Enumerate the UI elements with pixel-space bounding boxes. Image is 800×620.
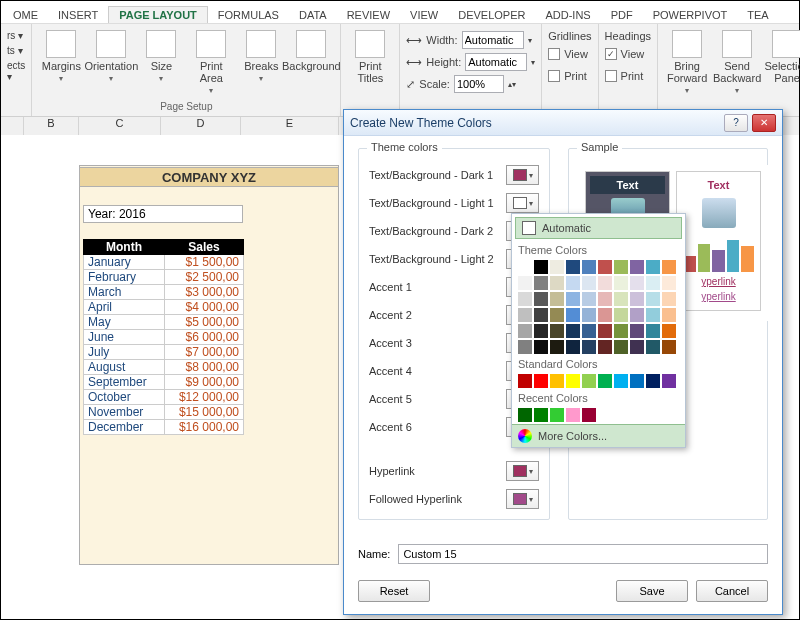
color-swatch[interactable] bbox=[662, 340, 676, 354]
color-swatch[interactable] bbox=[646, 260, 660, 274]
tab-powerpivot[interactable]: POWERPIVOT bbox=[643, 7, 738, 23]
color-swatch[interactable] bbox=[518, 408, 532, 422]
automatic-color-item[interactable]: Automatic bbox=[515, 217, 682, 239]
color-swatch[interactable] bbox=[534, 276, 548, 290]
color-swatch[interactable] bbox=[518, 276, 532, 290]
color-swatch[interactable] bbox=[566, 374, 580, 388]
color-swatch[interactable] bbox=[614, 324, 628, 338]
table-row[interactable]: December$16 000,00 bbox=[84, 420, 244, 435]
color-swatch[interactable] bbox=[582, 408, 596, 422]
tab-add-ins[interactable]: ADD-INS bbox=[535, 7, 600, 23]
table-row[interactable]: May$5 000,00 bbox=[84, 315, 244, 330]
color-swatch[interactable] bbox=[550, 308, 564, 322]
color-swatch[interactable] bbox=[566, 260, 580, 274]
color-swatch[interactable] bbox=[630, 340, 644, 354]
dialog-close-button[interactable]: ✕ bbox=[752, 114, 776, 132]
month-cell[interactable]: August bbox=[84, 360, 165, 375]
color-swatch[interactable] bbox=[662, 292, 676, 306]
color-swatch[interactable] bbox=[598, 276, 612, 290]
sales-cell[interactable]: $15 000,00 bbox=[165, 405, 244, 420]
table-row[interactable]: February$2 500,00 bbox=[84, 270, 244, 285]
gridlines-view-checkbox[interactable] bbox=[548, 48, 560, 60]
month-cell[interactable]: May bbox=[84, 315, 165, 330]
color-swatch[interactable] bbox=[550, 260, 564, 274]
tab-formulas[interactable]: FORMULAS bbox=[208, 7, 289, 23]
bring-forward-button[interactable]: Bring Forward bbox=[664, 30, 710, 95]
cancel-button[interactable]: Cancel bbox=[696, 580, 768, 602]
send-backward-button[interactable]: Send Backward bbox=[714, 30, 760, 95]
color-swatch[interactable] bbox=[662, 308, 676, 322]
table-row[interactable]: November$15 000,00 bbox=[84, 405, 244, 420]
month-cell[interactable]: June bbox=[84, 330, 165, 345]
table-row[interactable]: March$3 000,00 bbox=[84, 285, 244, 300]
color-swatch[interactable] bbox=[646, 374, 660, 388]
color-swatch[interactable] bbox=[534, 340, 548, 354]
sales-cell[interactable]: $7 000,00 bbox=[165, 345, 244, 360]
orientation-button[interactable]: Orientation bbox=[88, 30, 134, 83]
color-swatch[interactable] bbox=[630, 292, 644, 306]
theme-color-swatch-button[interactable] bbox=[506, 193, 539, 213]
color-swatch[interactable] bbox=[518, 308, 532, 322]
tab-developer[interactable]: DEVELOPER bbox=[448, 7, 535, 23]
color-swatch[interactable] bbox=[518, 374, 532, 388]
sales-cell[interactable]: $9 000,00 bbox=[165, 375, 244, 390]
background-button[interactable]: Background bbox=[288, 30, 334, 72]
color-swatch[interactable] bbox=[550, 292, 564, 306]
more-colors-item[interactable]: More Colors... bbox=[512, 424, 685, 447]
col-header-E[interactable]: E bbox=[241, 117, 339, 135]
tab-view[interactable]: VIEW bbox=[400, 7, 448, 23]
color-swatch[interactable] bbox=[598, 292, 612, 306]
color-swatch[interactable] bbox=[614, 340, 628, 354]
color-swatch[interactable] bbox=[646, 340, 660, 354]
size-button[interactable]: Size bbox=[138, 30, 184, 83]
save-button[interactable]: Save bbox=[616, 580, 688, 602]
tab-pdf[interactable]: PDF bbox=[601, 7, 643, 23]
tab-insert[interactable]: INSERT bbox=[48, 7, 108, 23]
headings-print-checkbox[interactable] bbox=[605, 70, 617, 82]
color-swatch[interactable] bbox=[582, 276, 596, 290]
color-swatch[interactable] bbox=[582, 260, 596, 274]
color-swatch[interactable] bbox=[518, 340, 532, 354]
reset-button[interactable]: Reset bbox=[358, 580, 430, 602]
tab-data[interactable]: DATA bbox=[289, 7, 337, 23]
sales-cell[interactable]: $5 000,00 bbox=[165, 315, 244, 330]
color-swatch[interactable] bbox=[550, 276, 564, 290]
theme-name-input[interactable] bbox=[398, 544, 768, 564]
color-swatch[interactable] bbox=[662, 260, 676, 274]
color-swatch[interactable] bbox=[630, 276, 644, 290]
color-swatch[interactable] bbox=[582, 292, 596, 306]
sales-cell[interactable]: $1 500,00 bbox=[165, 255, 244, 270]
color-swatch[interactable] bbox=[646, 324, 660, 338]
table-row[interactable]: September$9 000,00 bbox=[84, 375, 244, 390]
month-cell[interactable]: February bbox=[84, 270, 165, 285]
col-header-C[interactable]: C bbox=[79, 117, 161, 135]
color-swatch[interactable] bbox=[550, 374, 564, 388]
color-swatch[interactable] bbox=[598, 374, 612, 388]
sales-cell[interactable]: $12 000,00 bbox=[165, 390, 244, 405]
month-cell[interactable]: November bbox=[84, 405, 165, 420]
color-swatch[interactable] bbox=[550, 340, 564, 354]
color-swatch[interactable] bbox=[630, 374, 644, 388]
dialog-help-button[interactable]: ? bbox=[724, 114, 748, 132]
month-cell[interactable]: March bbox=[84, 285, 165, 300]
color-swatch[interactable] bbox=[534, 324, 548, 338]
color-swatch[interactable] bbox=[614, 292, 628, 306]
color-swatch[interactable] bbox=[582, 340, 596, 354]
color-swatch[interactable] bbox=[566, 308, 580, 322]
theme-color-swatch-button[interactable] bbox=[506, 461, 539, 481]
sales-cell[interactable]: $6 000,00 bbox=[165, 330, 244, 345]
color-swatch[interactable] bbox=[614, 276, 628, 290]
color-swatch[interactable] bbox=[518, 260, 532, 274]
year-cell[interactable]: Year: 2016 bbox=[83, 205, 243, 223]
color-swatch[interactable] bbox=[566, 292, 580, 306]
color-swatch[interactable] bbox=[518, 292, 532, 306]
month-cell[interactable]: January bbox=[84, 255, 165, 270]
color-swatch[interactable] bbox=[662, 276, 676, 290]
color-swatch[interactable] bbox=[550, 324, 564, 338]
color-swatch[interactable] bbox=[630, 260, 644, 274]
table-row[interactable]: January$1 500,00 bbox=[84, 255, 244, 270]
month-cell[interactable]: September bbox=[84, 375, 165, 390]
color-swatch[interactable] bbox=[662, 324, 676, 338]
color-swatch[interactable] bbox=[582, 308, 596, 322]
month-cell[interactable]: April bbox=[84, 300, 165, 315]
